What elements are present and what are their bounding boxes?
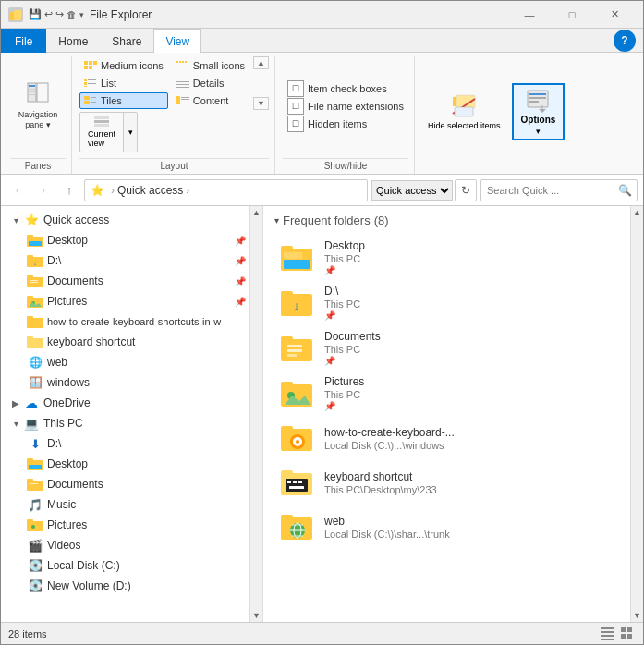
address-path[interactable]: ⭐ › Quick access › [84, 179, 368, 201]
pictures-label-pc: Pictures [47, 518, 87, 531]
content-scroll-up[interactable]: ▲ [631, 206, 643, 219]
sidebar-item-pictures-pc[interactable]: Pictures [1, 515, 249, 535]
sidebar-item-d-pc[interactable]: ⬇ D:\ [1, 433, 249, 454]
item-checkboxes-button[interactable]: ☐ Item check boxes [283, 80, 408, 97]
layout-group-label: Layout [79, 158, 269, 174]
hide-selected-button[interactable]: Hide selected items [422, 83, 506, 140]
navigation-pane-button[interactable]: Navigationpane ▾ [10, 79, 66, 134]
details-button[interactable]: Details [172, 75, 249, 91]
hidden-items-checkbox[interactable]: ☐ [287, 116, 304, 132]
current-view-main[interactable]: Currentview [80, 113, 124, 152]
svg-rect-99 [298, 481, 302, 483]
d-label-pc: D:\ [47, 437, 61, 450]
item-checkboxes-checkbox[interactable]: ☐ [287, 80, 304, 97]
svg-rect-6 [29, 91, 35, 92]
list-item[interactable]: Pictures This PC 📌 [274, 371, 619, 416]
list-item[interactable]: web Local Disk (C:\)\shar...\trunk [274, 505, 619, 549]
sidebar-item-documents-pc[interactable]: Documents [1, 474, 249, 494]
list-item[interactable]: Desktop This PC 📌 [274, 235, 619, 280]
sidebar-item-desktop-pc[interactable]: Desktop [1, 454, 249, 474]
content-scrollbar: ▲ ▼ [630, 206, 643, 622]
sidebar-item-documents-qa[interactable]: Documents 📌 [1, 271, 249, 291]
content-button[interactable]: Content [172, 92, 249, 109]
sidebar-item-web-qa[interactable]: 🌐 web [1, 352, 249, 372]
search-input[interactable] [487, 185, 614, 196]
howto-sub: Local Disk (C:\)...\windows [324, 440, 614, 451]
file-name-ext-checkbox[interactable]: ☐ [287, 98, 304, 115]
sidebar-scroll-up[interactable]: ▲ [250, 206, 262, 219]
details-view-button[interactable] [599, 626, 615, 642]
web-sub: Local Disk (C:\)\shar...\trunk [324, 529, 614, 540]
section-chevron[interactable]: ▾ [274, 215, 279, 225]
file-name-ext-button[interactable]: ☐ File name extensions [283, 98, 408, 115]
svg-rect-13 [84, 79, 87, 81]
svg-rect-35 [94, 124, 109, 127]
hidden-items-button[interactable]: ☐ Hidden items [283, 116, 408, 132]
sidebar-item-d-qa[interactable]: ↓ D:\ 📌 [1, 250, 249, 271]
tab-file[interactable]: File [1, 29, 46, 53]
options-button[interactable]: Options ▾ [512, 83, 565, 140]
quick-access-expand[interactable]: ▾ [8, 213, 23, 227]
sidebar-item-localc-pc[interactable]: 💽 Local Disk (C:) [1, 555, 249, 576]
svg-rect-53 [27, 275, 33, 278]
medium-icons-button[interactable]: Medium icons [79, 57, 168, 74]
sidebar-item-onedrive[interactable]: ▶ ☁ OneDrive [1, 393, 249, 413]
sidebar-item-thispc[interactable]: ▾ 💻 This PC [1, 413, 249, 433]
keyboard-icon-qa [27, 334, 43, 350]
layout-scroll-up[interactable]: ▲ [253, 56, 269, 69]
list-item[interactable]: ↓ D:\ This PC 📌 [274, 280, 619, 325]
svg-rect-3 [37, 83, 48, 102]
sidebar-item-music-pc[interactable]: 🎵 Music [1, 494, 249, 515]
sidebar-item-howto-qa[interactable]: how-to-create-keyboard-shortcuts-in-w [1, 311, 249, 332]
list-item[interactable]: keyboard shortcut This PC\Desktop\my\233 [274, 460, 619, 505]
large-icons-view-button[interactable] [619, 626, 636, 642]
list-item[interactable]: how-to-create-keyboard-... Local Disk (C… [274, 416, 619, 460]
list-item[interactable]: Documents This PC 📌 [274, 325, 619, 371]
onedrive-expand[interactable]: ▶ [8, 396, 23, 410]
help-button[interactable]: ? [614, 30, 636, 52]
qat-dropdown[interactable]: ▾ [79, 10, 84, 19]
path-quick-access[interactable]: Quick access [117, 184, 183, 197]
address-dropdown[interactable]: Quick access [371, 180, 453, 201]
svg-rect-111 [601, 639, 614, 640]
tab-share[interactable]: Share [100, 29, 153, 53]
content-scroll-down[interactable]: ▼ [631, 609, 643, 622]
item-count: 28 items [8, 628, 47, 639]
small-icons-button[interactable]: Small icons [172, 57, 249, 74]
svg-rect-7 [29, 94, 35, 95]
list-button[interactable]: List [79, 75, 168, 91]
svg-rect-76 [284, 252, 302, 259]
current-view-button[interactable]: Currentview ▾ [79, 112, 138, 152]
svg-rect-75 [284, 260, 310, 269]
tab-view[interactable]: View [153, 29, 201, 53]
svg-rect-95 [281, 470, 293, 475]
minimize-button[interactable]: — [508, 1, 551, 29]
newvol-label-pc: New Volume (D:) [47, 579, 131, 592]
thispc-expand[interactable]: ▾ [8, 416, 23, 431]
sidebar-item-newvol-pc[interactable]: 💽 New Volume (D:) [1, 576, 249, 596]
sidebar-item-pictures-qa[interactable]: Pictures 📌 [1, 291, 249, 311]
tiles-button[interactable]: Tiles [79, 92, 168, 109]
tab-home[interactable]: Home [46, 29, 100, 53]
search-box[interactable]: 🔍 [480, 179, 638, 201]
sidebar-scroll-down[interactable]: ▼ [250, 609, 262, 622]
layout-scroll-down[interactable]: ▼ [253, 97, 269, 110]
current-view-arrow[interactable]: ▾ [124, 113, 137, 152]
sidebar-item-videos-pc[interactable]: 🎬 Videos [1, 535, 249, 555]
up-button[interactable]: ↑ [58, 179, 80, 201]
svg-rect-108 [601, 627, 614, 629]
ribbon-group-options: Hide selected items Options ▾ [417, 56, 570, 174]
panes-items: Navigationpane ▾ [10, 56, 66, 156]
maximize-button[interactable]: □ [551, 1, 593, 29]
address-actions: Quick access ↻ [371, 179, 477, 201]
documents-folder-icon [280, 331, 315, 366]
back-button[interactable]: ‹ [6, 179, 29, 201]
sidebar-item-quick-access[interactable]: ▾ ⭐ Quick access [1, 210, 249, 230]
sidebar-item-keyboard-qa[interactable]: keyboard shortcut [1, 332, 249, 352]
refresh-button[interactable]: ↻ [455, 179, 477, 201]
documents-pin-qa: 📌 [235, 276, 246, 286]
sidebar-item-windows-qa[interactable]: 🪟 windows [1, 372, 249, 393]
close-button[interactable]: ✕ [593, 1, 636, 29]
forward-button[interactable]: › [32, 179, 55, 201]
sidebar-item-desktop-qa[interactable]: Desktop 📌 [1, 230, 249, 250]
